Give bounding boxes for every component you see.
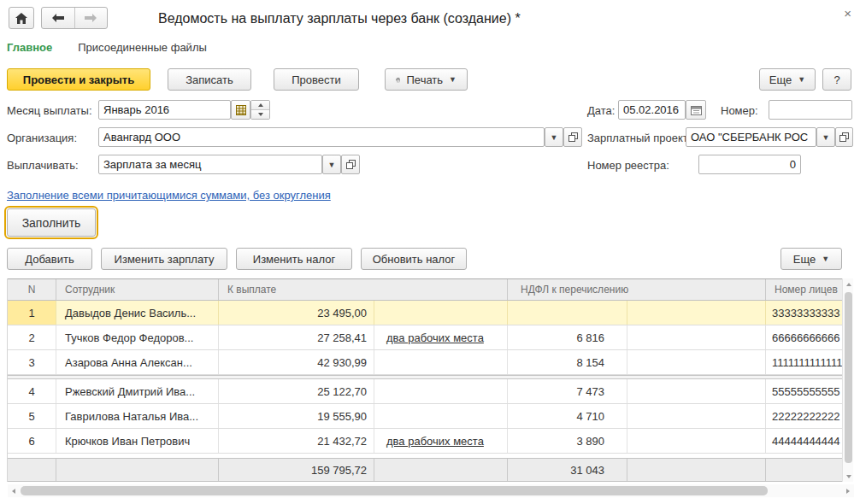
horizontal-scroll-thumb[interactable] [21,486,768,495]
cell-row-number: 2 [8,325,56,349]
scroll-up-button[interactable] [843,278,854,290]
post-and-close-button[interactable]: Провести и закрыть [7,68,150,91]
month-label: Месяц выплаты: [7,104,92,117]
open-form-icon [346,160,356,169]
cell-row-number: 4 [8,379,56,403]
col-header-ndfl[interactable]: НДФЛ к перечислению [508,279,766,300]
update-tax-button[interactable]: Обновить налог [361,248,467,270]
triangle-left-icon [12,489,15,494]
post-button[interactable]: Провести [274,68,359,91]
triangle-up-icon [258,103,263,107]
forward-button[interactable] [75,8,108,28]
cell-note [374,404,508,428]
print-button[interactable]: Печать ▼ [385,68,468,91]
table-row[interactable]: 2Тучков Федор Федоров...27 258,41два раб… [8,325,853,350]
col-header-employee[interactable]: Сотрудник [56,279,219,300]
date-input[interactable] [618,100,686,120]
pay-what-input[interactable] [98,155,322,174]
triangle-down-icon [258,113,263,116]
cell-to-pay: 21 432,72 [219,429,374,453]
cell-ndfl: 8 154 [508,350,627,374]
number-label: Номер: [721,104,758,117]
table-row[interactable]: 5Гаврилова Наталья Ива...19 555,904 7102… [8,404,853,429]
edit-salary-button[interactable]: Изменить зарплату [101,248,227,270]
organization-label: Организация: [7,132,77,144]
number-input[interactable] [769,100,852,120]
calendar-icon [691,105,702,115]
add-row-button[interactable]: Добавить [7,248,92,270]
fill-button[interactable]: Заполнить [7,208,96,237]
more-button-toolbar[interactable]: Еще ▼ [759,68,816,91]
two-workplaces-link[interactable]: два рабочих места [386,331,484,344]
cell-account-number: 22222222222 [766,404,843,428]
chevron-down-icon: ▼ [551,133,558,142]
salary-project-dropdown-button[interactable]: ▼ [816,127,835,147]
cell-note: два рабочих места [374,429,508,453]
pay-what-dropdown-button[interactable]: ▼ [322,155,341,174]
cell-account-number: 1111111111111 [766,350,843,374]
salary-project-label: Зарплатный проект: [587,132,691,144]
cell-account-number: 66666666666 [766,325,843,349]
registry-number-input[interactable] [698,155,801,174]
cell-note [374,350,508,374]
col-header-to-pay[interactable]: К выплате [219,279,508,300]
cell-account-number: 33333333333 [766,301,843,325]
salary-project-open-button[interactable] [835,127,853,147]
cell-ndfl-extra [627,379,766,403]
more-button-table[interactable]: Еще ▼ [780,248,842,270]
col-header-account[interactable]: Номер лицев [766,279,843,300]
cell-row-number: 1 [8,301,56,325]
horizontal-scrollbar[interactable] [8,484,854,497]
scroll-left-button[interactable] [8,484,20,497]
salary-project-input[interactable] [686,127,816,147]
save-button[interactable]: Записать [168,68,251,91]
cell-employee: Азарова Анна Алексан... [56,350,219,374]
vertical-scroll-thumb[interactable] [845,292,852,463]
month-stepper [250,100,270,120]
cell-ndfl-extra [627,404,766,428]
totals-row: 159 795,72 31 043 [8,458,853,482]
pay-what-label: Выплачивать: [7,159,79,172]
cell-note: два рабочих места [374,325,508,349]
cell-ndfl: 7 473 [508,379,627,403]
fill-mode-link[interactable]: Заполнение всеми причитающимися суммами,… [7,189,331,202]
cell-employee: Гаврилова Наталья Ива... [56,404,219,428]
month-input[interactable] [98,100,231,120]
date-picker-button[interactable] [686,100,706,120]
scroll-right-button[interactable] [842,484,854,497]
table-row[interactable]: 3Азарова Анна Алексан...42 930,998 15411… [8,350,853,375]
cell-to-pay: 27 258,41 [219,325,374,349]
month-picker-button[interactable] [231,100,250,120]
tab-attachments[interactable]: Присоединенные файлы [78,41,207,54]
cell-employee: Ржевский Дмитрий Ива... [56,379,219,403]
table-row[interactable]: 6Крючков Иван Петрович21 432,72два рабоч… [8,429,853,454]
organization-open-button[interactable] [563,127,582,147]
table-row[interactable]: 4Ржевский Дмитрий Ива...25 122,707 47355… [8,379,853,404]
back-button[interactable] [42,8,75,28]
chevron-down-icon: ▼ [822,133,830,142]
edit-tax-button[interactable]: Изменить налог [236,248,352,270]
two-workplaces-link[interactable]: два рабочих места [386,435,484,448]
vertical-scrollbar[interactable] [842,278,853,482]
cell-row-number: 6 [8,429,56,453]
cell-employee: Крючков Иван Петрович [56,429,219,453]
help-button[interactable]: ? [822,68,851,91]
organization-dropdown-button[interactable]: ▼ [545,127,563,147]
close-icon[interactable]: × [844,7,851,20]
table-row[interactable]: 1Давыдов Денис Василь...23 495,003333333… [8,301,853,325]
cell-ndfl: 4 710 [508,404,627,428]
employees-table: N Сотрудник К выплате НДФЛ к перечислени… [7,278,853,482]
total-to-pay: 159 795,72 [219,459,374,481]
home-button[interactable] [9,7,34,29]
triangle-right-icon [846,489,850,494]
scroll-down-button[interactable] [843,471,854,482]
cell-row-number: 5 [8,404,56,428]
cell-row-number: 3 [8,350,56,374]
chevron-down-icon: ▼ [449,75,457,84]
stepper-up-button[interactable] [251,101,269,110]
pay-what-open-button[interactable] [341,155,360,174]
tab-main[interactable]: Главное [7,41,52,54]
organization-input[interactable] [98,127,545,147]
col-header-n[interactable]: N [8,279,56,300]
stepper-down-button[interactable] [251,110,269,119]
